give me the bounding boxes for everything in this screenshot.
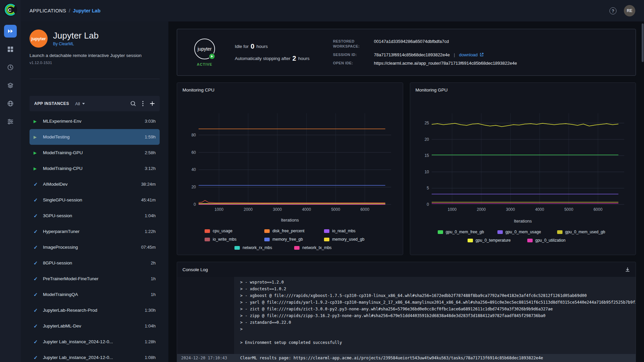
list-item[interactable]: ✓3GPU-session1:04h (30, 208, 160, 224)
breadcrumb-applications[interactable]: APPLICATIONS (30, 8, 66, 13)
list-item[interactable]: ✓HyperparamTuner1:22h (30, 224, 160, 239)
list-item[interactable]: ▶MLExperiment-Env3:03h (30, 113, 160, 129)
legend-item[interactable]: disk_free_percent (264, 229, 315, 233)
legend-item[interactable]: gpu_0_mem_used_gb (557, 230, 608, 234)
log-timestamp (177, 299, 234, 306)
download-workspace-link[interactable]: download (459, 52, 484, 57)
check-icon: ✓ (34, 181, 43, 187)
list-item[interactable]: ✓SingleGPU-session45:41m (30, 192, 160, 208)
list-item[interactable]: ✓Jupyter Lab_instance_2024-12-0...1:28h (30, 334, 160, 350)
kebab-menu-icon[interactable] (142, 101, 144, 106)
check-icon: ✓ (34, 260, 43, 266)
instance-name: PreTrainerModel-FineTuner (43, 276, 148, 281)
gpu-chart[interactable]: 1000200030004000500060000510152025 (416, 94, 630, 219)
jupyter-logo-text: jupyter (198, 46, 212, 52)
instance-name: ModelTesting (43, 134, 141, 139)
list-item[interactable]: ✓JupyterLab-Research-Prod1:30h (30, 302, 160, 318)
svg-text:20: 20 (192, 185, 196, 189)
sidebar-item-datasets[interactable] (0, 76, 21, 95)
svg-text:1000: 1000 (215, 207, 224, 212)
play-icon: ▶ (34, 150, 43, 155)
app-byline-link[interactable]: By ClearML (53, 42, 99, 46)
console-log-line: > - zstandard==0.22.0 (177, 319, 636, 326)
topbar: APPLICATIONS / Jupyter Lab ? RE (21, 0, 644, 21)
log-timestamp (177, 339, 234, 346)
legend-swatch (294, 246, 300, 250)
legend-label: cpu_usage (213, 229, 232, 233)
avatar[interactable]: RE (624, 5, 635, 16)
legend-item[interactable]: io_write_mbs (205, 237, 256, 242)
console-log-body[interactable]: > - wsproto==1.2.0> - xdoctest==1.0.2> -… (177, 277, 636, 362)
svg-text:5000: 5000 (564, 207, 573, 212)
instance-duration: 3:03h (145, 119, 156, 124)
list-item[interactable]: ▶ModelTraining-CPU3:12h (30, 161, 160, 176)
console-log-line: > Environment setup completed successful… (177, 339, 636, 346)
clearml-logo[interactable]: C (3, 3, 17, 17)
instances-filter-dropdown[interactable]: All (75, 101, 85, 106)
filter-value: All (75, 101, 80, 106)
add-instance-button[interactable] (150, 101, 155, 106)
instance-name: 3GPU-session (43, 213, 141, 218)
instance-duration: 1:08h (145, 355, 156, 360)
list-item[interactable]: ✓ModelTrainingQA1h (30, 287, 160, 302)
gpu-monitoring-card: Monitoring GPU 1000200030004000500060000… (410, 82, 636, 255)
svg-text:80: 80 (192, 133, 196, 137)
legend-item[interactable]: memory_used_gb (324, 237, 375, 242)
console-log-line: > - zict @ file:///rapids/zict-3.0.0-py2… (177, 306, 636, 312)
list-item[interactable]: ✓AIModelDev38:24m (30, 176, 160, 192)
main-content: jupyter ACTIVE Idle for 0 hours (168, 21, 644, 362)
legend-item[interactable]: network_rx_mbs (234, 245, 285, 250)
legend-item[interactable]: network_tx_mbs (294, 245, 345, 250)
scrollbar-thumb[interactable] (642, 23, 644, 62)
sidebar-item-orchestration[interactable] (0, 113, 21, 131)
list-item[interactable]: ▶ModelTraining-GPU2:58h (30, 145, 160, 161)
log-timestamp (177, 312, 234, 319)
chart-title: Monitoring GPU (416, 87, 448, 93)
list-item[interactable]: ✓PreTrainerModel-FineTuner1h (30, 271, 160, 287)
field-label: SESSION ID: (333, 52, 374, 57)
ide-url-value[interactable]: https://clearml.acme.ai/app_router/78a71… (374, 61, 517, 66)
legend-item[interactable]: gpu_0_mem_free_gb (438, 230, 489, 234)
list-item[interactable]: ✓ImageProcessing07:45m (30, 239, 160, 255)
instance-name: ModelTraining-GPU (43, 150, 141, 155)
log-text: > - zipp @ file:///rapids/zipp-3.16.2-py… (234, 312, 545, 319)
legend-swatch (324, 238, 329, 241)
search-icon[interactable] (130, 101, 136, 107)
list-item[interactable]: ✓JupyterLabML-Dev1:04h (30, 318, 160, 334)
list-item[interactable]: ▶ModelTesting1:59h (30, 129, 160, 145)
reports-icon (4, 61, 17, 74)
legend-item[interactable]: memory_free_gb (264, 237, 315, 242)
sidebar-item-projects[interactable] (0, 40, 21, 58)
legend-item[interactable]: cpu_usage (205, 229, 256, 233)
idle-prefix: Idle for (235, 44, 249, 49)
log-text (234, 333, 240, 339)
legend-item[interactable]: gpu_0_temperature (468, 238, 519, 243)
log-timestamp (177, 333, 234, 339)
sidebar-item-pipelines[interactable] (0, 95, 21, 113)
list-item[interactable]: ✓8GPU-session2h (30, 255, 160, 271)
console-log-line: > - zipp @ file:///rapids/zipp-3.16.2-py… (177, 312, 636, 319)
legend-item[interactable]: gpu_0_utilization (527, 238, 578, 243)
workspace-id-value: 00147a1d33594286a65074dbfbdfa7cd (374, 39, 449, 44)
log-text: > - wsproto==1.2.0 (234, 279, 284, 286)
cpu-monitoring-card: Monitoring CPU 1000200030004000500060000… (177, 82, 403, 255)
sidebar-item-reports[interactable] (0, 58, 21, 76)
svg-text:6000: 6000 (593, 207, 602, 212)
pipelines-globe-icon (4, 97, 17, 110)
instance-duration: 38:24m (141, 182, 156, 187)
instance-duration: 1:59h (145, 134, 156, 139)
check-icon: ✓ (34, 355, 43, 361)
help-icon[interactable]: ? (609, 7, 616, 14)
legend-item[interactable]: gpu_0_mem_usage (497, 230, 548, 234)
instance-duration: 1:28h (145, 339, 156, 344)
nav-rail: C (0, 0, 21, 362)
cpu-chart[interactable]: 100020003000400050006000020406080 (182, 94, 397, 218)
check-icon: ✓ (34, 339, 43, 345)
legend-item[interactable]: io_read_mbs (324, 229, 375, 233)
sidebar-item-applications[interactable] (0, 22, 21, 40)
field-label: OPEN IDE: (333, 61, 374, 66)
console-log-card: Console Log > - wsproto==1.2.0> - xdocte… (177, 262, 636, 362)
download-log-icon[interactable] (625, 267, 630, 272)
autostop-status: Automatically stopping after 2 hours (235, 55, 310, 62)
list-item[interactable]: ✓Jupyter Lab_instance_2024-12-0...1:08h (30, 350, 160, 362)
